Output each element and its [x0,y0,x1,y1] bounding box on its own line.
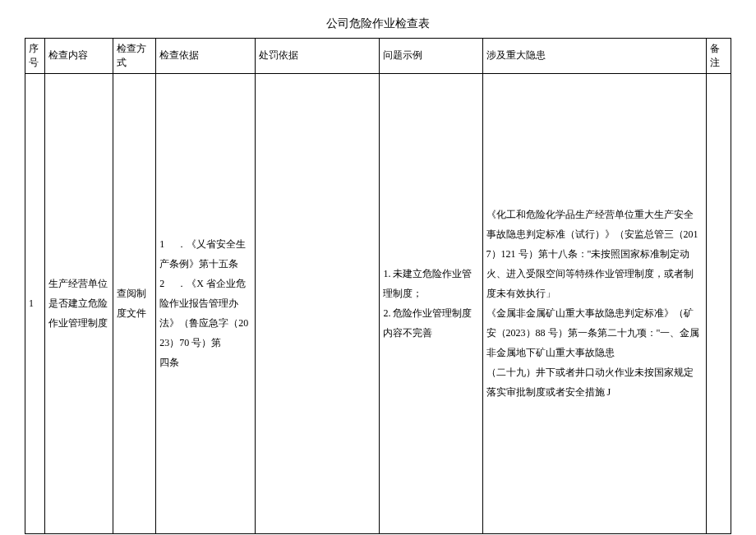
table-header-row: 序号 检查内容 检查方式 检查依据 处罚依据 问题示例 涉及重大隐患 备注 [25,39,731,74]
cell-method: 查阅制度文件 [113,73,155,533]
cell-example: 1. 未建立危险作业管理制度； 2. 危险作业管理制度内容不完善 [380,73,482,533]
header-method: 检查方式 [113,39,155,74]
header-remark: 备注 [706,39,731,74]
table-row: 1 生产经营单位是否建立危险作业管理制度 查阅制度文件 1 ．《乂省安全生产条例… [25,73,731,533]
cell-basis: 1 ．《乂省安全生产条例》第十五条 2 ．《X 省企业危险作业报告管理办法》（鲁… [156,73,256,533]
cell-content: 生产经营单位是否建立危险作业管理制度 [45,73,113,533]
header-hazard: 涉及重大隐患 [482,39,706,74]
header-basis: 检查依据 [156,39,256,74]
header-example: 问题示例 [380,39,482,74]
cell-remark [706,73,731,533]
header-seq: 序号 [25,39,45,74]
cell-penalty [256,73,380,533]
cell-hazard: 《化工和危险化学品生产经营单位重大生产安全事故隐患判定标准（试行）》（安监总管三… [482,73,706,533]
header-penalty: 处罚依据 [256,39,380,74]
inspection-table: 序号 检查内容 检查方式 检查依据 处罚依据 问题示例 涉及重大隐患 备注 1 … [25,38,731,534]
header-content: 检查内容 [45,39,113,74]
cell-seq: 1 [25,73,45,533]
document-title: 公司危险作业检查表 [25,16,731,31]
